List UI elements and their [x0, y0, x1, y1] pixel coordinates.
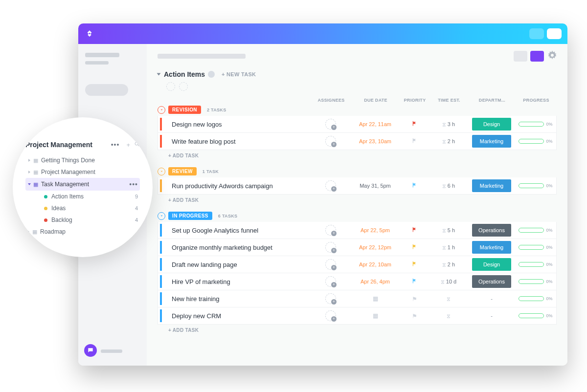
- column-due-date[interactable]: DUE DATE: [351, 98, 400, 103]
- hourglass-icon[interactable]: ⧖: [447, 296, 451, 302]
- dept-pill[interactable]: Operations: [472, 275, 511, 288]
- column-priority[interactable]: PRIORITY: [400, 98, 429, 103]
- assignee-cell[interactable]: [311, 119, 351, 130]
- plus-icon[interactable]: +: [126, 141, 130, 149]
- time-est-cell[interactable]: ⧖1 h: [429, 244, 468, 251]
- assignee-empty-icon[interactable]: [325, 293, 336, 304]
- time-est-cell[interactable]: ⧖: [429, 296, 468, 302]
- time-est-cell[interactable]: ⧖5 h: [429, 227, 468, 234]
- task-name[interactable]: Deploy new CRM: [167, 312, 311, 320]
- priority-cell[interactable]: [400, 137, 429, 146]
- due-date-cell[interactable]: Apr 22, 12pm: [351, 244, 400, 250]
- progress-cell[interactable]: 0%: [515, 279, 556, 284]
- priority-cell[interactable]: [400, 120, 429, 129]
- assignee-empty-icon[interactable]: [325, 276, 336, 287]
- priority-flag-icon[interactable]: [411, 260, 418, 269]
- dept-none[interactable]: -: [472, 292, 511, 305]
- assignee-empty-icon[interactable]: [325, 242, 336, 253]
- priority-flag-icon[interactable]: [411, 277, 418, 286]
- topbar-button-ghost[interactable]: [529, 28, 544, 39]
- task-name[interactable]: Organize monthly marketing budget: [167, 244, 311, 251]
- progress-cell[interactable]: 0%: [515, 228, 556, 233]
- task-row[interactable]: Set up Google Analytics funnel Apr 22, 5…: [158, 222, 557, 239]
- time-est-value[interactable]: 5 h: [448, 227, 455, 233]
- assignee-cell[interactable]: [311, 293, 351, 304]
- chat-bubble-icon[interactable]: [84, 344, 97, 357]
- dept-cell[interactable]: Design: [468, 118, 515, 131]
- priority-cell[interactable]: [400, 277, 429, 286]
- status-label[interactable]: IN PROGRESS: [168, 212, 212, 220]
- time-est-cell[interactable]: ⧖: [429, 313, 468, 319]
- priority-cell[interactable]: [400, 181, 429, 190]
- task-name[interactable]: New hire training: [167, 295, 311, 303]
- priority-flag-icon[interactable]: [411, 181, 418, 190]
- task-row[interactable]: New hire training ▦ ⚑ ⧖ - 0%: [158, 290, 557, 307]
- due-date-cell[interactable]: Apr 26, 4pm: [351, 279, 400, 284]
- task-row[interactable]: Write feature blog post Apr 23, 10am ⧖2 …: [158, 133, 557, 150]
- time-est-cell[interactable]: ⧖10 d: [429, 279, 468, 285]
- task-row[interactable]: Hire VP of marketing Apr 26, 4pm ⧖10 d O…: [158, 273, 557, 290]
- task-row[interactable]: Deploy new CRM ▦ ⚑ ⧖ - 0%: [158, 307, 557, 325]
- gear-icon[interactable]: [548, 51, 557, 62]
- dept-cell[interactable]: Design: [468, 258, 515, 271]
- column-assignees[interactable]: ASSIGNEES: [311, 98, 351, 103]
- assignee-cell[interactable]: [311, 310, 351, 321]
- priority-cell[interactable]: [400, 243, 429, 252]
- task-row[interactable]: Draft new landing page Apr 22, 10am ⧖2 h…: [158, 256, 557, 273]
- time-est-cell[interactable]: ⧖2 h: [429, 261, 468, 268]
- time-est-value[interactable]: 2 h: [448, 138, 455, 144]
- assignee-cell[interactable]: [311, 180, 351, 191]
- assignee-empty-icon[interactable]: [325, 225, 336, 236]
- task-name[interactable]: Design new logos: [167, 121, 311, 128]
- column-department[interactable]: DEPARTM...: [469, 98, 516, 103]
- sidebar-list-item[interactable]: Ideas 4: [42, 202, 140, 214]
- time-est-value[interactable]: 6 h: [448, 183, 455, 189]
- progress-cell[interactable]: 0%: [515, 139, 556, 144]
- sidebar-folder-roadmap[interactable]: ▦ Roadmap: [25, 226, 140, 238]
- add-task-link[interactable]: + ADD TASK: [158, 150, 557, 163]
- due-date-cell[interactable]: Apr 22, 5pm: [351, 227, 400, 233]
- time-est-value[interactable]: 3 h: [448, 121, 455, 127]
- assignee-empty-icon[interactable]: [325, 310, 336, 321]
- time-est-value[interactable]: 10 d: [446, 279, 456, 284]
- list-header[interactable]: Action Items + NEW TASK: [158, 68, 557, 81]
- due-date-cell[interactable]: Apr 22, 10am: [351, 261, 400, 267]
- view-toggle-a[interactable]: [514, 51, 527, 62]
- space-title[interactable]: Project Management: [25, 141, 108, 149]
- time-est-value[interactable]: 2 h: [448, 261, 455, 267]
- new-task-link[interactable]: + NEW TASK: [222, 71, 256, 77]
- time-est-cell[interactable]: ⧖3 h: [429, 121, 468, 128]
- assignee-cell[interactable]: [311, 136, 351, 147]
- view-toggle-b[interactable]: [530, 51, 544, 62]
- dept-none[interactable]: -: [472, 309, 511, 322]
- add-assignee-icon[interactable]: [179, 82, 188, 91]
- status-label[interactable]: REVIEW: [168, 167, 197, 175]
- progress-cell[interactable]: 0%: [515, 313, 556, 318]
- dept-pill[interactable]: Operations: [472, 224, 511, 237]
- time-est-cell[interactable]: ⧖2 h: [429, 138, 468, 145]
- priority-flag-icon[interactable]: [411, 243, 418, 252]
- status-label[interactable]: REVISION: [168, 106, 201, 114]
- sidebar-folder[interactable]: ▦ Project Management: [25, 166, 140, 178]
- assignee-cell[interactable]: [311, 242, 351, 253]
- assignee-empty-icon[interactable]: [325, 119, 336, 130]
- progress-cell[interactable]: 0%: [515, 245, 556, 250]
- priority-cell[interactable]: [400, 226, 429, 235]
- dept-cell[interactable]: Marketing: [468, 179, 515, 192]
- task-name[interactable]: Set up Google Analytics funnel: [167, 227, 311, 234]
- task-row[interactable]: Organize monthly marketing budget Apr 22…: [158, 239, 557, 256]
- assignee-empty-icon[interactable]: [325, 180, 336, 191]
- sidebar-folder[interactable]: ▦ Task Management •••: [25, 178, 140, 191]
- sidebar-list-item[interactable]: Action Items 9: [42, 191, 140, 202]
- priority-flag-empty-icon[interactable]: ⚑: [412, 296, 417, 303]
- task-name[interactable]: Draft new landing page: [167, 261, 311, 268]
- priority-flag-icon[interactable]: [411, 226, 418, 235]
- info-icon[interactable]: [208, 71, 215, 78]
- priority-flag-icon[interactable]: [411, 137, 418, 146]
- progress-cell[interactable]: 0%: [515, 183, 556, 188]
- assignee-filter-icon[interactable]: [166, 82, 175, 91]
- add-task-link[interactable]: + ADD TASK: [158, 195, 557, 208]
- more-icon[interactable]: •••: [129, 180, 138, 188]
- progress-cell[interactable]: 0%: [515, 262, 556, 267]
- time-est-value[interactable]: 1 h: [448, 244, 455, 250]
